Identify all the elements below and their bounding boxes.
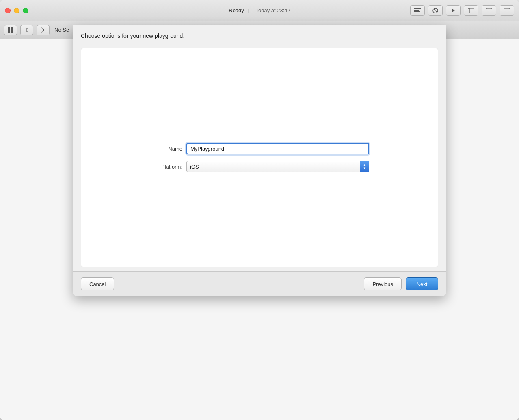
app-status: Ready [229, 7, 244, 13]
title-separator: | [248, 7, 249, 13]
svg-rect-2 [414, 11, 420, 12]
sidebar-right-icon[interactable] [500, 5, 514, 16]
platform-label: Platform: [150, 164, 182, 170]
text-align-icon[interactable] [410, 5, 425, 16]
stop-icon[interactable] [428, 5, 443, 16]
sheet-dialog: Choose options for your new playground: … [73, 25, 446, 296]
maximize-button[interactable] [23, 8, 28, 13]
svg-rect-0 [414, 8, 421, 9]
svg-line-4 [434, 9, 437, 12]
titlebar: Ready | Today at 23:42 [0, 0, 519, 21]
run-icon[interactable] [446, 5, 461, 16]
sheet-overlay: Choose options for your new playground: … [0, 21, 519, 420]
next-button[interactable]: Next [406, 277, 438, 290]
previous-button[interactable]: Previous [364, 277, 402, 290]
sheet-header: Choose options for your new playground: [73, 25, 446, 44]
main-window: Ready | Today at 23:42 [0, 0, 519, 420]
minimize-button[interactable] [14, 8, 19, 13]
sidebar-bottom-icon[interactable] [482, 5, 496, 16]
traffic-lights [5, 8, 28, 13]
close-button[interactable] [5, 8, 11, 13]
svg-rect-10 [504, 8, 510, 13]
content-box: Name Platform: iOS tvOS macOS [81, 48, 438, 267]
platform-row: Platform: iOS tvOS macOS ▲ ▼ [150, 161, 369, 172]
svg-rect-6 [468, 8, 474, 13]
window-title: Ready | Today at 23:42 [229, 7, 290, 13]
name-input[interactable] [186, 143, 369, 154]
svg-rect-1 [414, 10, 419, 11]
sheet-footer: Cancel Previous Next [73, 271, 446, 296]
sheet-title: Choose options for your new playground: [81, 32, 184, 39]
sidebar-left-icon[interactable] [464, 5, 478, 16]
name-label: Name [150, 146, 182, 152]
titlebar-controls [410, 5, 514, 16]
footer-right: Previous Next [364, 277, 438, 290]
sheet-content: Name Platform: iOS tvOS macOS [73, 44, 446, 271]
platform-select-wrapper: iOS tvOS macOS ▲ ▼ [186, 161, 369, 172]
platform-select[interactable]: iOS tvOS macOS [186, 161, 369, 172]
timestamp: Today at 23:42 [255, 7, 290, 13]
form-area: Name Platform: iOS tvOS macOS [150, 143, 369, 172]
name-row: Name [150, 143, 369, 154]
cancel-button[interactable]: Cancel [81, 277, 114, 290]
svg-rect-8 [486, 8, 492, 13]
